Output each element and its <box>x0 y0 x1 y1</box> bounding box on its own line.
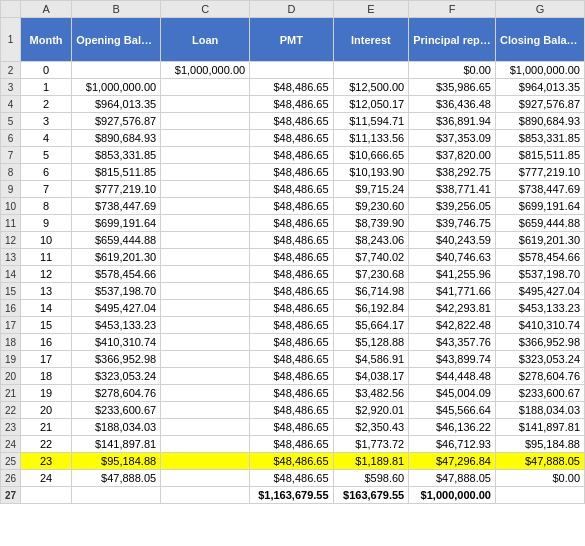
principal-cell: $45,566.64 <box>409 402 496 419</box>
interest-cell: $10,193.90 <box>333 164 409 181</box>
loan-cell <box>161 419 250 436</box>
closing-balance-cell: $495,427.04 <box>495 283 584 300</box>
loan-cell <box>161 130 250 147</box>
table-row: 1412$578,454.66$48,486.65$7,230.68$41,25… <box>1 266 585 283</box>
month-cell: 22 <box>21 436 72 453</box>
principal-cell: $43,899.74 <box>409 351 496 368</box>
closing-balance-cell: $578,454.66 <box>495 249 584 266</box>
principal-cell: $37,820.00 <box>409 147 496 164</box>
table-row: 108$738,447.69$48,486.65$9,230.60$39,256… <box>1 198 585 215</box>
col-header-row: A B C D E F G <box>1 1 585 18</box>
opening-balance-cell: $777,219.10 <box>72 181 161 198</box>
principal-cell: $43,357.76 <box>409 334 496 351</box>
month-cell: 3 <box>21 113 72 130</box>
loan-cell <box>161 232 250 249</box>
opening-balance-cell: $659,444.88 <box>72 232 161 249</box>
closing-balance-cell: $410,310.74 <box>495 317 584 334</box>
principal-cell: $46,712.93 <box>409 436 496 453</box>
opening-balance-cell: $890,684.93 <box>72 130 161 147</box>
pmt-cell: $48,486.65 <box>250 249 333 266</box>
loan-cell <box>161 96 250 113</box>
col-b-header: B <box>72 1 161 18</box>
closing-balance-cell: $323,053.24 <box>495 351 584 368</box>
principal-cell: $39,746.75 <box>409 215 496 232</box>
closing-balance-cell: $738,447.69 <box>495 181 584 198</box>
opening-balance-cell: $47,888.05 <box>72 470 161 487</box>
row-num-cell: 24 <box>1 436 21 453</box>
month-header: Month <box>21 18 72 62</box>
month-cell: 23 <box>21 453 72 470</box>
table-row: 2018$323,053.24$48,486.65$4,038.17$44,44… <box>1 368 585 385</box>
interest-cell: $1,773.72 <box>333 436 409 453</box>
interest-cell: $4,586.91 <box>333 351 409 368</box>
row-num-cell: 6 <box>1 130 21 147</box>
row-num-cell: 9 <box>1 181 21 198</box>
row-num-cell: 23 <box>1 419 21 436</box>
row-num-cell: 5 <box>1 113 21 130</box>
table-row: 42$964,013.35$48,486.65$12,050.17$36,436… <box>1 96 585 113</box>
month-cell <box>21 487 72 504</box>
pmt-cell: $48,486.65 <box>250 198 333 215</box>
closing-balance-cell <box>495 487 584 504</box>
table-row: 1311$619,201.30$48,486.65$7,740.02$40,74… <box>1 249 585 266</box>
principal-cell: $41,255.96 <box>409 266 496 283</box>
principal-cell: $46,136.22 <box>409 419 496 436</box>
loan-cell <box>161 317 250 334</box>
interest-cell: $12,500.00 <box>333 79 409 96</box>
pmt-cell: $48,486.65 <box>250 436 333 453</box>
month-cell: 9 <box>21 215 72 232</box>
principal-cell: $35,986.65 <box>409 79 496 96</box>
interest-cell: $9,715.24 <box>333 181 409 198</box>
opening-balance-cell: $815,511.85 <box>72 164 161 181</box>
row-num-cell: 8 <box>1 164 21 181</box>
month-cell: 21 <box>21 419 72 436</box>
pmt-cell: $48,486.65 <box>250 317 333 334</box>
loan-cell <box>161 334 250 351</box>
principal-cell: $36,436.48 <box>409 96 496 113</box>
pmt-cell: $48,486.65 <box>250 96 333 113</box>
loan-header: Loan <box>161 18 250 62</box>
pmt-cell: $48,486.65 <box>250 232 333 249</box>
loan-cell <box>161 385 250 402</box>
opening-balance-cell: $278,604.76 <box>72 385 161 402</box>
loan-cell <box>161 470 250 487</box>
closing-balance-cell: $188,034.03 <box>495 402 584 419</box>
loan-cell <box>161 453 250 470</box>
interest-cell: $7,740.02 <box>333 249 409 266</box>
table-row: 2422$141,897.81$48,486.65$1,773.72$46,71… <box>1 436 585 453</box>
month-cell: 14 <box>21 300 72 317</box>
loan-cell <box>161 283 250 300</box>
principal-cell: $47,888.05 <box>409 470 496 487</box>
principal-cell: $0.00 <box>409 62 496 79</box>
row-num-cell: 14 <box>1 266 21 283</box>
closing-balance-cell: $537,198.70 <box>495 266 584 283</box>
opening-balance-cell: $927,576.87 <box>72 113 161 130</box>
closing-balance-header: Closing Balance <box>495 18 584 62</box>
pmt-cell: $48,486.65 <box>250 351 333 368</box>
month-cell: 2 <box>21 96 72 113</box>
principal-cell: $42,293.81 <box>409 300 496 317</box>
row-num-cell: 11 <box>1 215 21 232</box>
closing-balance-cell: $95,184.88 <box>495 436 584 453</box>
opening-balance-cell: $1,000,000.00 <box>72 79 161 96</box>
loan-cell <box>161 164 250 181</box>
row-num-cell: 26 <box>1 470 21 487</box>
loan-cell <box>161 402 250 419</box>
row-num-cell: 18 <box>1 334 21 351</box>
col-f-header: F <box>409 1 496 18</box>
loan-cell: $1,000,000.00 <box>161 62 250 79</box>
pmt-cell: $48,486.65 <box>250 130 333 147</box>
closing-balance-cell: $964,013.35 <box>495 79 584 96</box>
principal-cell: $41,771.66 <box>409 283 496 300</box>
closing-balance-cell: $815,511.85 <box>495 147 584 164</box>
loan-cell <box>161 266 250 283</box>
table-row: 27$1,163,679.55$163,679.55$1,000,000.00 <box>1 487 585 504</box>
interest-cell: $11,133.56 <box>333 130 409 147</box>
month-cell: 11 <box>21 249 72 266</box>
closing-balance-cell: $366,952.98 <box>495 334 584 351</box>
opening-balance-cell <box>72 62 161 79</box>
row-num-cell: 2 <box>1 62 21 79</box>
pmt-cell: $48,486.65 <box>250 368 333 385</box>
pmt-cell: $48,486.65 <box>250 181 333 198</box>
month-cell: 19 <box>21 385 72 402</box>
